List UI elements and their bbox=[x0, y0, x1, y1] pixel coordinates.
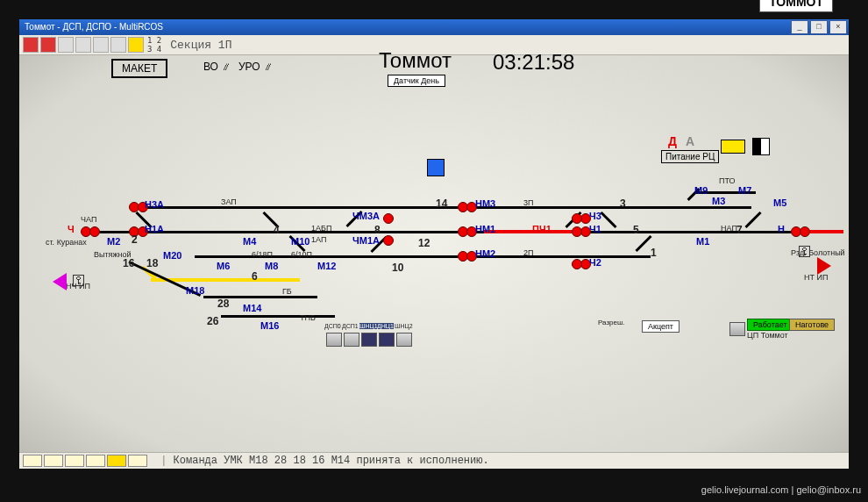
sw-num-18: 18 bbox=[146, 257, 158, 269]
ws4-lbl: ДНЦ1 bbox=[377, 323, 394, 329]
sw-num-2: 2 bbox=[132, 233, 138, 246]
sw-num-6: 6 bbox=[252, 270, 258, 283]
arrow-left[interactable] bbox=[53, 273, 67, 290]
sect-pto: ПТО bbox=[719, 176, 736, 185]
lbl-m5[interactable]: М5 bbox=[773, 197, 786, 208]
lbl-m6[interactable]: М6 bbox=[217, 261, 230, 271]
signal-ch1-lamp2[interactable] bbox=[572, 226, 582, 237]
ws-5[interactable] bbox=[396, 333, 412, 347]
sect-tnb: ТНБ bbox=[300, 313, 316, 322]
maximize-button[interactable]: □ bbox=[810, 20, 828, 34]
ws-4[interactable] bbox=[379, 333, 395, 347]
signal-nm3[interactable]: НМ3 bbox=[475, 198, 495, 209]
sw-num-1: 1 bbox=[651, 247, 657, 259]
cp-lbl: ЦП Томмот bbox=[747, 331, 788, 340]
close-button[interactable]: × bbox=[829, 20, 847, 34]
lbl-kuranah: ст. Куранах bbox=[46, 238, 87, 247]
statusbar-icons bbox=[23, 455, 147, 467]
occupied-n[interactable] bbox=[808, 230, 843, 233]
signal-nm2[interactable]: НМ2 bbox=[475, 248, 495, 259]
lbl-m1[interactable]: М1 bbox=[696, 236, 709, 247]
lbl-m2[interactable]: М2 bbox=[107, 236, 120, 247]
yellow-indicator bbox=[721, 140, 745, 154]
lbl-m10[interactable]: М10 bbox=[291, 236, 309, 247]
lbl-m14[interactable]: М14 bbox=[243, 303, 261, 313]
lbl-m18[interactable]: М18 bbox=[186, 285, 204, 296]
razresh-lbl: Разреш. bbox=[598, 319, 625, 326]
signal-n3a[interactable]: Н3А bbox=[145, 199, 164, 210]
toolbar-icon-4[interactable] bbox=[75, 37, 91, 53]
signal-n[interactable]: Н bbox=[778, 224, 785, 234]
toolbar-icon-1[interactable] bbox=[23, 37, 39, 53]
d-indicator: Д bbox=[668, 134, 677, 148]
signal-chm3a-lamp[interactable] bbox=[383, 213, 394, 224]
ws-1[interactable] bbox=[326, 333, 342, 347]
lbl-m3[interactable]: М3 bbox=[712, 196, 725, 206]
sw-1r[interactable] bbox=[635, 235, 651, 252]
signal-chm1a-lamp[interactable] bbox=[383, 235, 394, 246]
signal-chm1a[interactable]: ЧМ1А bbox=[352, 235, 380, 246]
screen: Томмот - ДСП, ДСПО - MultiRCOS _ □ × 1 2… bbox=[19, 19, 849, 469]
working-button[interactable]: Работает bbox=[747, 319, 793, 331]
signal-ch3[interactable]: Ч3 bbox=[589, 211, 601, 221]
sw-num-3: 3 bbox=[620, 197, 626, 210]
signal-ch-lamp2[interactable] bbox=[89, 226, 100, 237]
signal-ch[interactable]: Ч bbox=[68, 224, 75, 234]
sect-610p: 6/10П bbox=[291, 250, 312, 259]
lbl-m9[interactable]: М9 bbox=[694, 185, 708, 196]
signal-ch1[interactable]: Ч1 bbox=[589, 224, 601, 234]
yard-2[interactable] bbox=[221, 315, 335, 318]
sect-1ap: 1АП bbox=[311, 235, 326, 244]
sw-num-14: 14 bbox=[436, 197, 447, 210]
ws-3[interactable] bbox=[361, 333, 377, 347]
signal-n1a[interactable]: Н1А bbox=[145, 224, 164, 234]
track-canvas[interactable]: МАКЕТ ВО ⫽ УРО ⫽ Томмот Датчик День 03:2… bbox=[19, 55, 849, 452]
toolbar-icon-2[interactable] bbox=[40, 37, 56, 53]
bo-indicator: ВО ⫽ bbox=[203, 61, 231, 73]
arrow-right[interactable] bbox=[817, 257, 831, 275]
maket-button[interactable]: МАКЕТ bbox=[111, 59, 167, 78]
accept-button[interactable]: Акцепт bbox=[642, 320, 679, 333]
key-icon-right[interactable]: ⚿ bbox=[798, 244, 812, 260]
lbl-m16[interactable]: М16 bbox=[260, 320, 279, 331]
toolbar-icon-7[interactable] bbox=[128, 37, 144, 53]
sect-vyt: Вытяжной bbox=[94, 250, 132, 259]
signal-pch1[interactable]: ПЧ1 bbox=[532, 224, 551, 234]
toolbar-icon-5[interactable] bbox=[93, 37, 109, 53]
lbl-m12[interactable]: М12 bbox=[317, 261, 336, 271]
cp-icon[interactable] bbox=[729, 322, 745, 336]
key-icon-left[interactable]: ⚿ bbox=[72, 273, 86, 289]
window-controls: _ □ × bbox=[791, 20, 849, 34]
ws3-lbl: ШНЦ1 bbox=[359, 323, 378, 329]
ready-button[interactable]: Наготове bbox=[789, 319, 835, 331]
sect-nap: НАП bbox=[721, 224, 737, 233]
lbl-m8[interactable]: М8 bbox=[265, 261, 278, 271]
signal-ch2[interactable]: Ч2 bbox=[589, 257, 601, 268]
sw-num-16: 16 bbox=[123, 257, 134, 269]
sw-7[interactable] bbox=[744, 212, 761, 228]
sw-num-4: 4 bbox=[274, 224, 280, 236]
sw-5[interactable] bbox=[600, 212, 616, 228]
signal-chm3a[interactable]: ЧМ3А bbox=[352, 211, 380, 221]
pit-button[interactable]: Питание РЦ bbox=[661, 150, 719, 163]
track-1[interactable] bbox=[94, 231, 808, 233]
signal-nm1[interactable]: НМ1 bbox=[475, 224, 495, 234]
signal-ch3-lamp2[interactable] bbox=[572, 213, 582, 224]
sect-gb: ГБ bbox=[282, 287, 292, 296]
signal-n-lamp2[interactable] bbox=[800, 226, 810, 237]
lbl-m7[interactable]: М7 bbox=[738, 185, 751, 196]
station-name: Томмот bbox=[379, 48, 452, 73]
minimize-button[interactable]: _ bbox=[791, 20, 808, 34]
signal-ch2-lamp2[interactable] bbox=[572, 259, 582, 269]
toolbar-icon-3[interactable] bbox=[58, 37, 74, 53]
window-title: Томмот - ДСП, ДСПО - MultiRCOS bbox=[25, 19, 163, 35]
ws2-lbl: ДСП1 bbox=[342, 323, 359, 329]
sect-2p: 2П bbox=[523, 248, 533, 257]
toolbar-icon-6[interactable] bbox=[110, 37, 126, 53]
statusbar: | Команда УМК M18 28 18 16 M14 принята к… bbox=[19, 452, 849, 469]
daynight-button[interactable]: Датчик День bbox=[388, 75, 445, 87]
ws-2[interactable] bbox=[344, 333, 359, 347]
sw-num-26: 26 bbox=[207, 315, 218, 327]
lbl-m4[interactable]: М4 bbox=[243, 236, 256, 247]
lbl-m20[interactable]: М20 bbox=[163, 250, 181, 261]
